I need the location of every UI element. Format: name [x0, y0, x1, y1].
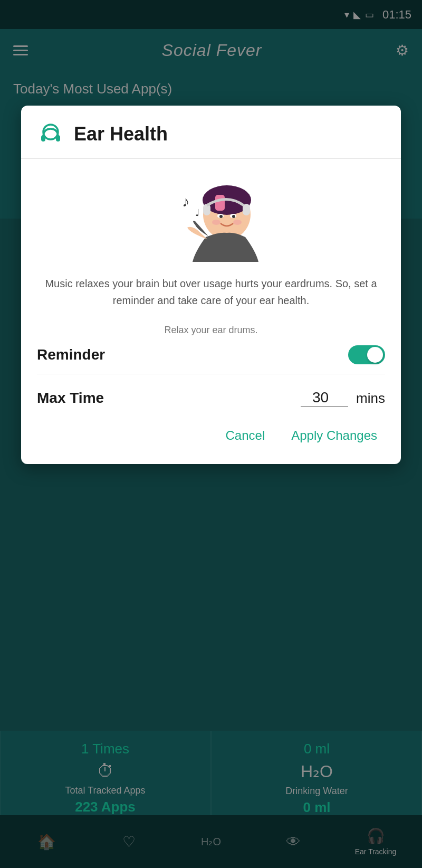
modal-description: Music relaxes your brain but over usage …	[37, 275, 385, 309]
modal-title: Ear Health	[74, 123, 168, 145]
svg-text:♪: ♪	[182, 193, 189, 210]
svg-point-10	[219, 215, 223, 218]
apply-changes-button[interactable]: Apply Changes	[283, 423, 385, 448]
modal-actions: Cancel Apply Changes	[37, 418, 385, 448]
max-time-row: Max Time mins	[37, 374, 385, 418]
max-time-input[interactable]	[301, 389, 348, 407]
svg-rect-15	[243, 204, 250, 215]
max-time-label: Max Time	[37, 390, 104, 407]
ear-health-modal: Ear Health ♪ ♩	[21, 106, 401, 464]
reminder-toggle[interactable]	[348, 345, 385, 364]
svg-rect-14	[203, 204, 210, 215]
svg-point-12	[212, 220, 220, 225]
reminder-row: Reminder	[37, 336, 385, 374]
modal-overlay: Ear Health ♪ ♩	[0, 0, 422, 868]
reminder-label: Reminder	[37, 346, 105, 363]
modal-sub-description: Relax your ear drums.	[37, 325, 385, 336]
modal-header: Ear Health	[21, 106, 401, 159]
cancel-button[interactable]: Cancel	[218, 423, 273, 448]
svg-point-13	[233, 220, 242, 225]
headphones-icon	[37, 120, 64, 148]
max-time-input-group: mins	[301, 389, 385, 407]
max-time-unit: mins	[356, 390, 385, 407]
svg-rect-7	[215, 195, 225, 211]
character-illustration: ♪ ♩	[153, 169, 269, 265]
modal-body: ♪ ♩	[21, 159, 401, 464]
modal-illustration: ♪ ♩	[37, 169, 385, 265]
svg-text:♩: ♩	[195, 207, 199, 218]
svg-point-11	[232, 215, 235, 218]
